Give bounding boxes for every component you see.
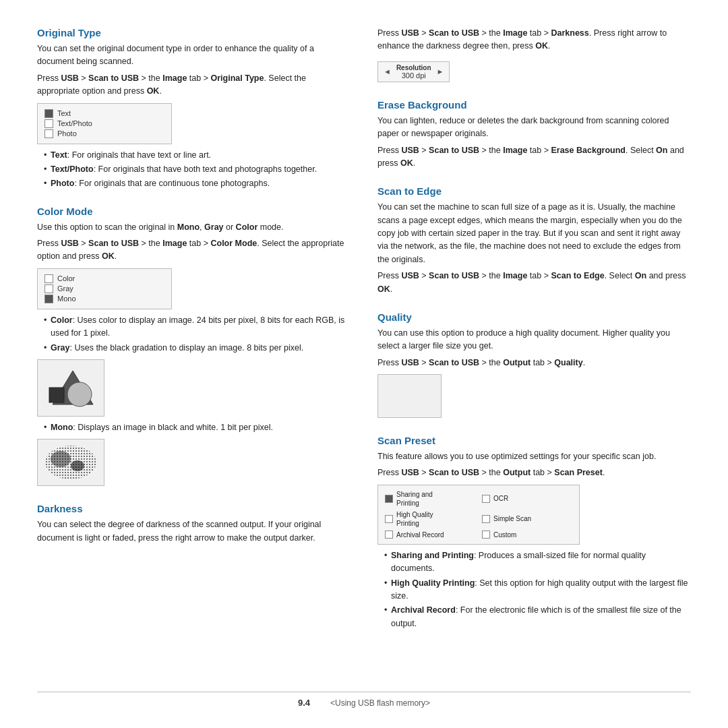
preset-custom-checkbox: [482, 530, 490, 539]
erase-background-para1: You can lighten, reduce or deletes the d…: [377, 115, 691, 141]
color-mode-option-color: Color: [44, 274, 164, 283]
color-mode-para1: Use this option to scan the original in …: [37, 221, 351, 234]
dotted-svg: [40, 442, 101, 483]
mono-shape-svg: [42, 364, 100, 411]
bullet-gray: Gray: Uses the black gradation to displa…: [44, 342, 351, 355]
svg-rect-2: [49, 388, 64, 402]
bullet-sharing-printing: Sharing and Printing: Produces a small-s…: [384, 549, 691, 576]
preset-simple-label: Simple Scan: [493, 514, 531, 523]
quality-title: Quality: [377, 311, 691, 323]
original-type-textphoto-checkbox: [44, 119, 53, 128]
original-type-para2: Press USB > Scan to USB > the Image tab …: [37, 72, 351, 98]
content: Original Type You can set the original d…: [37, 27, 691, 688]
preset-hq-label: High QualityPrinting: [396, 510, 433, 528]
preset-sharing-checkbox: [385, 495, 393, 503]
preset-custom-label: Custom: [493, 530, 516, 539]
resolution-left-arrow: ◄: [384, 67, 391, 75]
bullet-photo: Photo: For originals that are continuous…: [44, 177, 351, 190]
preset-custom: Custom: [482, 530, 572, 539]
section-scan-to-edge: Scan to Edge You can set the machine to …: [377, 185, 691, 299]
bullet-color: Color: Uses color to display an image. 2…: [44, 314, 351, 340]
section-erase-background: Erase Background You can lighten, reduce…: [377, 99, 691, 174]
color-mode-option-mono: Mono: [44, 295, 164, 303]
color-mode-gray-checkbox: [44, 284, 53, 293]
scan-preset-ui-box: Sharing andPrinting OCR High QualityPrin…: [377, 485, 580, 545]
original-type-photo-label: Photo: [57, 129, 77, 138]
quality-para2: Press USB > Scan to USB > the Output tab…: [377, 357, 691, 369]
section-resolution-intro: Press USB > Scan to USB > the Image tab …: [377, 27, 691, 87]
scan-preset-bullets: Sharing and Printing: Produces a small-s…: [384, 549, 691, 630]
scan-preset-para2: Press USB > Scan to USB > the Output tab…: [377, 466, 691, 479]
section-scan-preset: Scan Preset This feature allows you to u…: [377, 435, 691, 633]
erase-background-para2: Press USB > Scan to USB > the Image tab …: [377, 144, 691, 171]
color-mode-color-checkbox: [44, 274, 53, 283]
resolution-label: Resolution: [396, 64, 431, 71]
original-type-option-text: Text: [44, 109, 164, 118]
color-mode-ui-box: Color Gray Mono: [37, 268, 172, 309]
bullet-textphoto: Text/Photo: For originals that have both…: [44, 163, 351, 176]
scan-preset-para1: This feature allows you to use optimized…: [377, 450, 691, 463]
bullet-mono: Mono: Displays an image in black and whi…: [44, 421, 351, 434]
darkness-para1: You can select the degree of darkness of…: [37, 518, 351, 545]
preset-archival-label: Archival Record: [396, 530, 444, 539]
color-mode-option-gray: Gray: [44, 284, 164, 293]
svg-point-5: [51, 451, 71, 467]
resolution-value: 300 dpi: [402, 71, 426, 80]
quality-ui-box: [377, 374, 442, 418]
color-mode-para2: Press USB > Scan to USB > the Image tab …: [37, 237, 351, 264]
color-mode-gray-label: Gray: [57, 284, 73, 293]
footer-page-number: 9.4: [298, 698, 310, 708]
preset-ocr-label: OCR: [493, 494, 508, 503]
mono-bullet-list: Mono: Displays an image in black and whi…: [44, 421, 351, 434]
resolution-intro-para: Press USB > Scan to USB > the Image tab …: [377, 27, 691, 53]
right-column: Press USB > Scan to USB > the Image tab …: [377, 27, 691, 688]
resolution-right-arrow: ►: [437, 67, 444, 75]
color-mode-title: Color Mode: [37, 206, 351, 217]
scan-to-edge-para2: Press USB > Scan to USB > the Image tab …: [377, 270, 691, 296]
preset-sharing-printing: Sharing andPrinting: [385, 490, 475, 508]
preset-sharing-label: Sharing andPrinting: [396, 490, 433, 508]
section-darkness: Darkness You can select the degree of da…: [37, 503, 351, 548]
preset-simple-checkbox: [482, 515, 490, 523]
color-mode-mono-checkbox: [44, 295, 53, 303]
left-column: Original Type You can set the original d…: [37, 27, 351, 688]
scan-to-edge-para1: You can set the machine to scan full siz…: [377, 201, 691, 266]
footer-chapter-text: <Using USB flash memory>: [330, 698, 430, 708]
original-type-photo-checkbox: [44, 129, 53, 138]
original-type-ui-box: Text Text/Photo Photo: [37, 103, 172, 144]
color-mode-bullets: Color: Uses color to display an image. 2…: [44, 314, 351, 355]
original-type-option-textphoto: Text/Photo: [44, 119, 164, 128]
preset-ocr: OCR: [482, 490, 572, 508]
scan-preset-grid: Sharing andPrinting OCR High QualityPrin…: [385, 490, 572, 539]
preset-high-quality: High QualityPrinting: [385, 510, 475, 528]
footer: 9.4 <Using USB flash memory>: [37, 692, 691, 708]
svg-point-1: [67, 382, 92, 406]
section-color-mode: Color Mode Use this option to scan the o…: [37, 206, 351, 491]
bullet-high-quality-printing: High Quality Printing: Set this option f…: [384, 577, 691, 603]
bullet-archival-record: Archival Record: For the electronic file…: [384, 604, 691, 630]
resolution-ui-box: ◄ Resolution 300 dpi ►: [377, 61, 450, 82]
scan-preset-title: Scan Preset: [377, 435, 691, 446]
quality-para1: You can use this option to produce a hig…: [377, 327, 691, 353]
preset-hq-checkbox: [385, 515, 393, 523]
color-mode-color-label: Color: [57, 274, 75, 282]
color-mode-mono-label: Mono: [57, 295, 76, 303]
bullet-text: Text: For originals that have text or li…: [44, 149, 351, 162]
preset-archival-checkbox: [385, 530, 393, 539]
original-type-text-label: Text: [57, 109, 71, 117]
preset-ocr-checkbox: [482, 495, 490, 503]
original-type-option-photo: Photo: [44, 129, 164, 138]
darkness-title: Darkness: [37, 503, 351, 514]
section-original-type: Original Type You can set the original d…: [37, 27, 351, 193]
preset-simple-scan: Simple Scan: [482, 510, 572, 528]
original-type-text-checkbox: [44, 109, 53, 118]
svg-point-6: [71, 460, 84, 471]
scan-to-edge-title: Scan to Edge: [377, 185, 691, 197]
original-type-title: Original Type: [37, 27, 351, 38]
dotted-image: [37, 439, 104, 486]
mono-shape-image: [37, 359, 104, 417]
section-quality: Quality You can use this option to produ…: [377, 311, 691, 423]
page: Original Type You can set the original d…: [0, 0, 728, 728]
original-type-para1: You can set the original document type i…: [37, 42, 351, 69]
original-type-bullets: Text: For originals that have text or li…: [44, 149, 351, 191]
